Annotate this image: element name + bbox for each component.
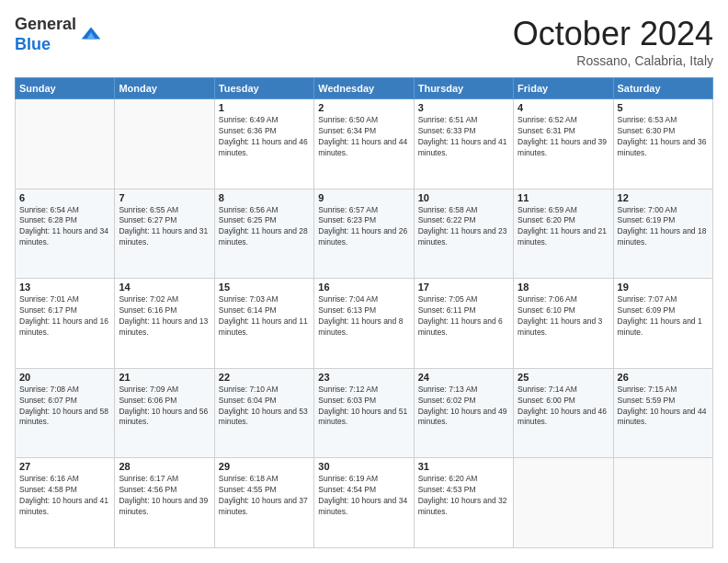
calendar-table: SundayMondayTuesdayWednesdayThursdayFrid… bbox=[15, 77, 713, 548]
day-info: Sunrise: 6:51 AM Sunset: 6:33 PM Dayligh… bbox=[418, 115, 509, 159]
day-cell bbox=[514, 458, 613, 548]
day-info: Sunrise: 7:03 AM Sunset: 6:14 PM Dayligh… bbox=[219, 294, 310, 339]
day-info: Sunrise: 6:59 AM Sunset: 6:20 PM Dayligh… bbox=[518, 205, 609, 249]
day-info: Sunrise: 7:02 AM Sunset: 6:16 PM Dayligh… bbox=[119, 294, 210, 339]
day-cell: 1Sunrise: 6:49 AM Sunset: 6:36 PM Daylig… bbox=[214, 99, 313, 190]
day-number: 25 bbox=[518, 372, 609, 383]
day-cell: 13Sunrise: 7:01 AM Sunset: 6:17 PM Dayli… bbox=[16, 279, 115, 369]
day-cell: 19Sunrise: 7:07 AM Sunset: 6:09 PM Dayli… bbox=[613, 279, 712, 369]
day-info: Sunrise: 7:12 AM Sunset: 6:03 PM Dayligh… bbox=[318, 385, 409, 429]
week-row-2: 6Sunrise: 6:54 AM Sunset: 6:28 PM Daylig… bbox=[16, 189, 713, 279]
day-number: 14 bbox=[119, 282, 210, 293]
day-number: 31 bbox=[418, 461, 509, 472]
day-number: 1 bbox=[219, 102, 310, 113]
day-number: 17 bbox=[418, 282, 509, 293]
calendar-body: 1Sunrise: 6:49 AM Sunset: 6:36 PM Daylig… bbox=[16, 99, 713, 548]
day-number: 11 bbox=[518, 192, 609, 203]
day-number: 4 bbox=[518, 102, 609, 113]
day-info: Sunrise: 7:06 AM Sunset: 6:10 PM Dayligh… bbox=[518, 294, 609, 339]
day-cell bbox=[613, 458, 712, 548]
day-cell: 3Sunrise: 6:51 AM Sunset: 6:33 PM Daylig… bbox=[414, 99, 513, 190]
day-cell: 28Sunrise: 6:17 AM Sunset: 4:56 PM Dayli… bbox=[115, 458, 214, 548]
logo-icon bbox=[78, 20, 104, 46]
day-info: Sunrise: 7:09 AM Sunset: 6:06 PM Dayligh… bbox=[119, 385, 210, 429]
day-info: Sunrise: 7:13 AM Sunset: 6:02 PM Dayligh… bbox=[418, 385, 509, 429]
day-cell: 23Sunrise: 7:12 AM Sunset: 6:03 PM Dayli… bbox=[314, 368, 414, 458]
day-cell: 12Sunrise: 7:00 AM Sunset: 6:19 PM Dayli… bbox=[613, 189, 712, 279]
weekday-tuesday: Tuesday bbox=[214, 78, 313, 99]
day-number: 12 bbox=[618, 192, 709, 203]
day-number: 19 bbox=[618, 282, 709, 293]
day-number: 26 bbox=[618, 372, 709, 383]
header: General Blue October 2024 Rossano, Calab… bbox=[15, 15, 713, 68]
day-number: 28 bbox=[119, 461, 210, 472]
day-number: 15 bbox=[219, 282, 310, 293]
day-cell: 4Sunrise: 6:52 AM Sunset: 6:31 PM Daylig… bbox=[514, 99, 613, 190]
day-cell: 15Sunrise: 7:03 AM Sunset: 6:14 PM Dayli… bbox=[214, 279, 313, 369]
day-info: Sunrise: 6:58 AM Sunset: 6:22 PM Dayligh… bbox=[418, 205, 509, 249]
day-info: Sunrise: 7:15 AM Sunset: 5:59 PM Dayligh… bbox=[618, 385, 709, 429]
day-cell: 14Sunrise: 7:02 AM Sunset: 6:16 PM Dayli… bbox=[115, 279, 214, 369]
page: General Blue October 2024 Rossano, Calab… bbox=[0, 0, 728, 563]
day-cell: 8Sunrise: 6:56 AM Sunset: 6:25 PM Daylig… bbox=[214, 189, 313, 279]
day-info: Sunrise: 6:56 AM Sunset: 6:25 PM Dayligh… bbox=[219, 205, 310, 249]
day-number: 5 bbox=[618, 102, 709, 113]
day-number: 29 bbox=[219, 461, 310, 472]
day-info: Sunrise: 7:10 AM Sunset: 6:04 PM Dayligh… bbox=[219, 385, 310, 429]
day-number: 3 bbox=[418, 102, 509, 113]
day-cell: 29Sunrise: 6:18 AM Sunset: 4:55 PM Dayli… bbox=[214, 458, 313, 548]
day-info: Sunrise: 6:55 AM Sunset: 6:27 PM Dayligh… bbox=[119, 205, 210, 249]
day-number: 23 bbox=[318, 372, 409, 383]
day-cell: 10Sunrise: 6:58 AM Sunset: 6:22 PM Dayli… bbox=[414, 189, 513, 279]
logo-text: General Blue bbox=[15, 15, 76, 54]
day-info: Sunrise: 6:54 AM Sunset: 6:28 PM Dayligh… bbox=[19, 205, 110, 249]
day-cell: 24Sunrise: 7:13 AM Sunset: 6:02 PM Dayli… bbox=[414, 368, 513, 458]
day-number: 20 bbox=[19, 372, 110, 383]
day-cell: 18Sunrise: 7:06 AM Sunset: 6:10 PM Dayli… bbox=[514, 279, 613, 369]
day-number: 21 bbox=[119, 372, 210, 383]
day-info: Sunrise: 6:49 AM Sunset: 6:36 PM Dayligh… bbox=[219, 115, 310, 159]
month-title: October 2024 bbox=[513, 15, 713, 53]
day-info: Sunrise: 6:50 AM Sunset: 6:34 PM Dayligh… bbox=[318, 115, 409, 159]
day-info: Sunrise: 7:14 AM Sunset: 6:00 PM Dayligh… bbox=[518, 385, 609, 429]
day-number: 7 bbox=[119, 192, 210, 203]
logo: General Blue bbox=[15, 15, 104, 54]
day-number: 13 bbox=[19, 282, 110, 293]
location-subtitle: Rossano, Calabria, Italy bbox=[513, 53, 713, 68]
week-row-1: 1Sunrise: 6:49 AM Sunset: 6:36 PM Daylig… bbox=[16, 99, 713, 190]
day-number: 18 bbox=[518, 282, 609, 293]
day-number: 27 bbox=[19, 461, 110, 472]
day-info: Sunrise: 7:07 AM Sunset: 6:09 PM Dayligh… bbox=[618, 294, 709, 339]
weekday-sunday: Sunday bbox=[16, 78, 115, 99]
day-cell: 30Sunrise: 6:19 AM Sunset: 4:54 PM Dayli… bbox=[314, 458, 414, 548]
day-number: 22 bbox=[219, 372, 310, 383]
day-cell: 25Sunrise: 7:14 AM Sunset: 6:00 PM Dayli… bbox=[514, 368, 613, 458]
day-cell: 21Sunrise: 7:09 AM Sunset: 6:06 PM Dayli… bbox=[115, 368, 214, 458]
day-info: Sunrise: 7:05 AM Sunset: 6:11 PM Dayligh… bbox=[418, 294, 509, 339]
day-number: 2 bbox=[318, 102, 409, 113]
day-info: Sunrise: 7:08 AM Sunset: 6:07 PM Dayligh… bbox=[19, 385, 110, 429]
day-number: 30 bbox=[318, 461, 409, 472]
day-info: Sunrise: 6:20 AM Sunset: 4:53 PM Dayligh… bbox=[418, 474, 509, 518]
day-cell: 2Sunrise: 6:50 AM Sunset: 6:34 PM Daylig… bbox=[314, 99, 414, 190]
day-cell: 7Sunrise: 6:55 AM Sunset: 6:27 PM Daylig… bbox=[115, 189, 214, 279]
day-cell: 17Sunrise: 7:05 AM Sunset: 6:11 PM Dayli… bbox=[414, 279, 513, 369]
week-row-5: 27Sunrise: 6:16 AM Sunset: 4:58 PM Dayli… bbox=[16, 458, 713, 548]
day-cell: 20Sunrise: 7:08 AM Sunset: 6:07 PM Dayli… bbox=[16, 368, 115, 458]
day-cell bbox=[115, 99, 214, 190]
weekday-header-row: SundayMondayTuesdayWednesdayThursdayFrid… bbox=[16, 78, 713, 99]
day-info: Sunrise: 6:19 AM Sunset: 4:54 PM Dayligh… bbox=[318, 474, 409, 518]
day-number: 16 bbox=[318, 282, 409, 293]
weekday-thursday: Thursday bbox=[414, 78, 513, 99]
day-cell: 22Sunrise: 7:10 AM Sunset: 6:04 PM Dayli… bbox=[214, 368, 313, 458]
day-number: 6 bbox=[19, 192, 110, 203]
day-cell: 27Sunrise: 6:16 AM Sunset: 4:58 PM Dayli… bbox=[16, 458, 115, 548]
day-number: 8 bbox=[219, 192, 310, 203]
day-info: Sunrise: 6:53 AM Sunset: 6:30 PM Dayligh… bbox=[618, 115, 709, 159]
week-row-4: 20Sunrise: 7:08 AM Sunset: 6:07 PM Dayli… bbox=[16, 368, 713, 458]
day-info: Sunrise: 6:17 AM Sunset: 4:56 PM Dayligh… bbox=[119, 474, 210, 518]
day-info: Sunrise: 6:16 AM Sunset: 4:58 PM Dayligh… bbox=[19, 474, 110, 518]
title-block: October 2024 Rossano, Calabria, Italy bbox=[513, 15, 713, 68]
day-cell: 9Sunrise: 6:57 AM Sunset: 6:23 PM Daylig… bbox=[314, 189, 414, 279]
day-info: Sunrise: 7:00 AM Sunset: 6:19 PM Dayligh… bbox=[618, 205, 709, 249]
